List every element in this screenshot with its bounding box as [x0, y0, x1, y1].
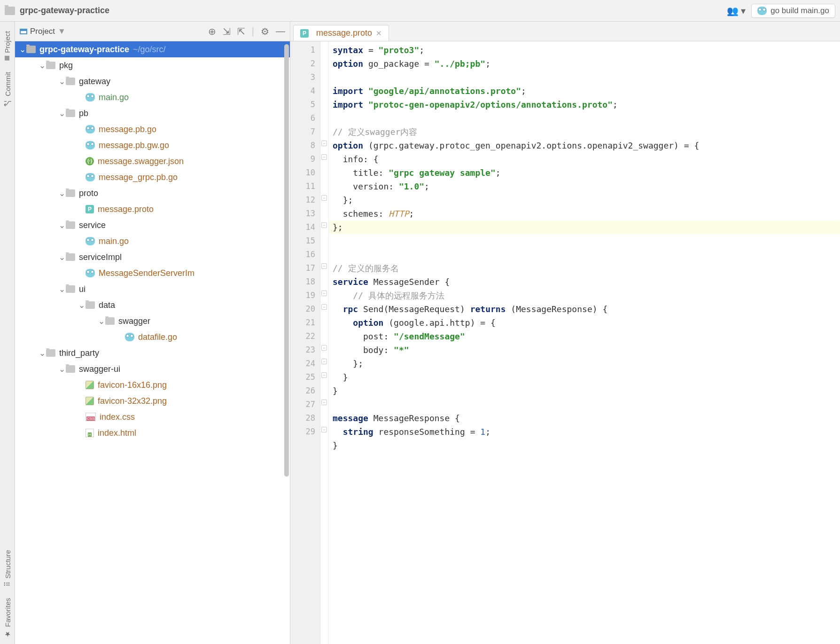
tree-file[interactable]: MessageSenderServerIm — [15, 265, 290, 281]
tree-file[interactable]: Pmessage.proto — [15, 201, 290, 217]
minimize-icon[interactable]: — — [276, 26, 285, 37]
rail-tab-favorites[interactable]: ★Favorites — [1, 592, 14, 644]
tree-folder[interactable]: ⌄ui — [15, 281, 290, 297]
folder-icon — [66, 285, 75, 293]
file-tab[interactable]: P message.proto ✕ — [293, 25, 389, 41]
image-icon — [86, 397, 94, 405]
go-icon — [86, 141, 95, 149]
folder-icon — [26, 46, 36, 53]
project-name: grpc-gateway-practice — [20, 6, 109, 16]
go-icon — [757, 7, 767, 15]
tree-folder[interactable]: ⌄pkg — [15, 57, 290, 73]
fold-gutter: −−−−−−−−−−−− — [320, 41, 329, 644]
proto-icon: P — [300, 29, 309, 38]
image-icon — [86, 381, 94, 389]
editor-tabs: P message.proto ✕ — [290, 22, 840, 41]
chevron-down-icon: ▼ — [58, 27, 66, 36]
folder-icon — [66, 253, 75, 261]
rail-tab-project[interactable]: Project — [1, 25, 13, 66]
tree-file[interactable]: {·}message.swagger.json — [15, 153, 290, 169]
tree-file[interactable]: message.pb.go — [15, 121, 290, 137]
tree-folder[interactable]: ⌄gateway — [15, 73, 290, 89]
go-icon — [86, 93, 95, 102]
tree-file[interactable]: message.pb.gw.go — [15, 137, 290, 153]
go-icon — [86, 237, 95, 245]
tree-file[interactable]: Hindex.html — [15, 425, 290, 441]
build-label: go build main.go — [770, 6, 829, 16]
run-config[interactable]: go build main.go — [751, 4, 835, 18]
json-icon: {·} — [86, 157, 94, 165]
folder-icon — [66, 189, 75, 197]
line-gutter: 1234567891011121314151617181920212223242… — [290, 41, 320, 644]
tree-file[interactable]: favicon-16x16.png — [15, 377, 290, 393]
editor: P message.proto ✕ 1234567891011121314151… — [290, 22, 840, 644]
tree-folder[interactable]: ⌄swagger — [15, 313, 290, 329]
folder-icon — [46, 62, 55, 69]
proto-icon: P — [86, 205, 94, 213]
expand-icon[interactable]: ⇲ — [223, 26, 231, 37]
folder-icon — [66, 365, 75, 373]
tree-root[interactable]: ⌄ grpc-gateway-practice ~/go/src/ — [15, 41, 290, 57]
tool-rail-left: Project ⎇Commit ⠿Structure ★Favorites — [0, 22, 15, 644]
tree-folder[interactable]: ⌄third_party — [15, 345, 290, 361]
panel-view-selector[interactable]: Project ▼ — [20, 27, 66, 36]
css-icon: CSS — [86, 413, 96, 421]
tree-folder[interactable]: ⌄data — [15, 297, 290, 313]
tree-file[interactable]: CSSindex.css — [15, 409, 290, 425]
panel-header: Project ▼ ⊕ ⇲ ⇱ | ⚙ — — [15, 22, 290, 41]
commit-icon: ⎇ — [3, 99, 12, 107]
folder-icon — [5, 7, 15, 15]
tree-file[interactable]: message_grpc.pb.go — [15, 169, 290, 185]
gear-icon[interactable]: ⚙ — [261, 26, 269, 37]
tree-folder[interactable]: ⌄serviceImpl — [15, 249, 290, 265]
structure-icon: ⠿ — [3, 581, 12, 587]
tree-folder[interactable]: ⌄pb — [15, 105, 290, 121]
scrollbar[interactable] — [284, 44, 289, 477]
folder-icon — [46, 349, 55, 357]
target-icon[interactable]: ⊕ — [208, 26, 216, 37]
project-panel: Project ▼ ⊕ ⇲ ⇱ | ⚙ — ⌄ grpc-gateway-pra… — [15, 22, 290, 644]
chevron-down-icon: ⌄ — [19, 45, 26, 55]
tree-folder[interactable]: ⌄swagger-ui — [15, 361, 290, 377]
folder-icon — [86, 301, 95, 309]
title-bar: grpc-gateway-practice 👥 ▾ go build main.… — [0, 0, 840, 22]
go-icon — [86, 125, 95, 134]
tab-label: message.proto — [316, 28, 372, 38]
square-icon — [5, 56, 10, 61]
rail-tab-structure[interactable]: ⠿Structure — [1, 544, 14, 592]
user-icon[interactable]: 👥 ▾ — [727, 5, 746, 16]
go-icon — [86, 269, 95, 277]
folder-icon — [66, 221, 75, 229]
tree-folder[interactable]: ⌄service — [15, 217, 290, 233]
rail-tab-commit[interactable]: ⎇Commit — [1, 66, 14, 113]
star-icon: ★ — [3, 630, 12, 638]
go-icon — [125, 333, 134, 341]
collapse-icon[interactable]: ⇱ — [237, 26, 245, 37]
tree-file[interactable]: main.go — [15, 89, 290, 105]
html-icon: H — [86, 429, 94, 437]
folder-icon — [105, 317, 115, 325]
folder-icon — [66, 110, 75, 117]
window-icon — [20, 29, 27, 34]
folder-icon — [66, 78, 75, 85]
tree-file[interactable]: favicon-32x32.png — [15, 393, 290, 409]
tree-file[interactable]: datafile.go — [15, 329, 290, 345]
project-tree: ⌄ grpc-gateway-practice ~/go/src/ ⌄pkg ⌄… — [15, 41, 290, 644]
tree-folder[interactable]: ⌄proto — [15, 185, 290, 201]
go-icon — [86, 173, 95, 181]
close-icon[interactable]: ✕ — [376, 29, 382, 38]
code-area[interactable]: syntax = "proto3";option go_package = ".… — [329, 41, 840, 644]
tree-file[interactable]: main.go — [15, 233, 290, 249]
